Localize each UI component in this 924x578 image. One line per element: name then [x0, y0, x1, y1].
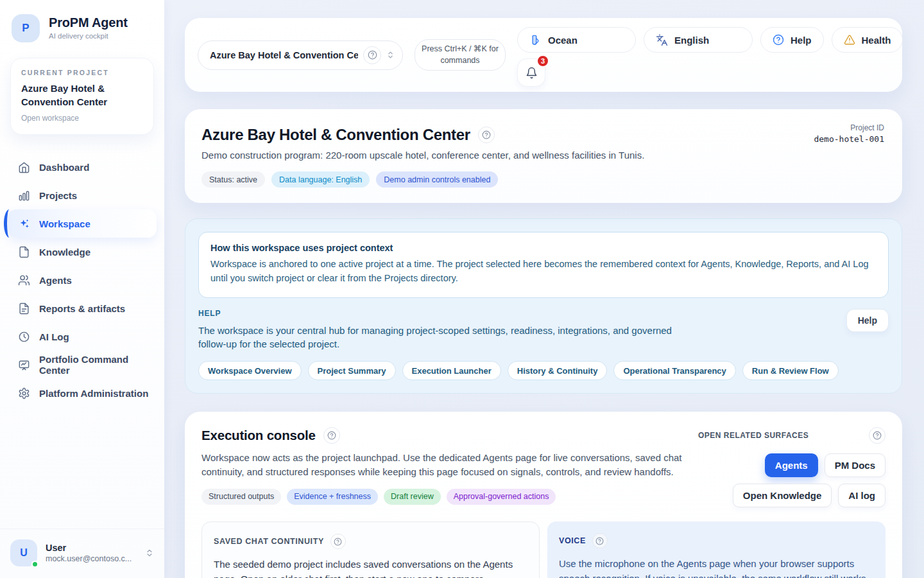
- app-logo: P: [12, 14, 40, 42]
- page-title: Azure Bay Hotel & Convention Center: [201, 126, 470, 144]
- notifications-button[interactable]: 3: [517, 58, 545, 87]
- theme-button[interactable]: Ocean: [517, 27, 636, 53]
- voice-card: VOICE Use the microphone on the Agents p…: [547, 521, 886, 578]
- open-workspace-link[interactable]: Open workspace: [21, 114, 143, 123]
- user-name: User: [46, 543, 132, 553]
- context-card-body: Workspace is anchored to one active proj…: [210, 258, 877, 286]
- chevrons-up-down-icon: [386, 51, 395, 59]
- sidebar-item-reports[interactable]: Reports & artifacts: [8, 294, 157, 322]
- project-id-block: Project ID demo-hotel-001: [814, 123, 884, 144]
- project-id-label: Project ID: [814, 123, 884, 132]
- sidebar-item-label: Agents: [39, 275, 72, 286]
- voice-label: VOICE: [559, 536, 586, 545]
- sidebar-item-label: Workspace: [39, 218, 90, 229]
- health-button-label: Health: [862, 35, 891, 46]
- saved-chat-paragraph-1: The seeded demo project includes saved c…: [214, 557, 527, 578]
- user-email: mock.user@contoso.c...: [46, 554, 132, 563]
- sidebar-item-label: Knowledge: [39, 247, 90, 258]
- help-section-body: The workspace is your central hub for ma…: [198, 324, 686, 352]
- command-palette-hint[interactable]: Press Ctrl+K / ⌘K for commands: [415, 39, 506, 71]
- ai-log-button[interactable]: AI log: [838, 484, 886, 507]
- project-selector-value: Azure Bay Hotel & Convention Cent: [210, 50, 358, 60]
- bell-icon: [526, 67, 538, 79]
- sidebar-item-workspace[interactable]: Workspace: [8, 209, 157, 238]
- chip-workspace-overview[interactable]: Workspace Overview: [198, 361, 302, 380]
- gear-icon: [18, 387, 30, 399]
- help-circle-icon[interactable]: [330, 534, 346, 549]
- file-text-icon: [18, 302, 30, 315]
- related-surfaces-label: OPEN RELATED SURFACES: [698, 431, 809, 440]
- execution-console-description: Workspace now acts as the project launch…: [201, 451, 696, 479]
- data-language-badge: Data language: English: [271, 171, 370, 188]
- open-knowledge-button[interactable]: Open Knowledge: [733, 484, 832, 507]
- health-button[interactable]: Health: [832, 27, 903, 53]
- context-info-card: How this workspace uses project context …: [198, 232, 889, 298]
- sidebar-item-portfolio-command-center[interactable]: Portfolio Command Center: [8, 351, 157, 379]
- notification-badge: 3: [536, 55, 549, 67]
- tag-evidence-freshness: Evidence + freshness: [287, 489, 378, 505]
- sidebar-item-dashboard[interactable]: Dashboard: [8, 153, 157, 181]
- sidebar-item-projects[interactable]: Projects: [8, 181, 157, 209]
- sidebar-nav: Dashboard Projects Workspace Knowledge A…: [0, 153, 164, 407]
- online-status-dot: [31, 561, 38, 568]
- help-circle-icon[interactable]: [323, 427, 340, 444]
- voice-body: Use the microphone on the Agents page wh…: [559, 557, 874, 578]
- current-project-label: CURRENT PROJECT: [21, 69, 143, 76]
- chip-project-summary[interactable]: Project Summary: [308, 361, 396, 380]
- help-circle-icon[interactable]: [363, 46, 381, 64]
- project-header-card: Azure Bay Hotel & Convention Center Proj…: [185, 109, 902, 203]
- help-circle-icon[interactable]: [592, 533, 608, 548]
- project-selector[interactable]: Azure Bay Hotel & Convention Cent: [198, 40, 403, 70]
- sidebar-item-label: Platform Administration: [39, 388, 148, 399]
- pm-docs-button[interactable]: PM Docs: [825, 453, 886, 477]
- sparkles-icon: [18, 218, 30, 230]
- chip-operational-transparency[interactable]: Operational Transparency: [613, 361, 735, 380]
- app-name: ProPM Agent: [49, 15, 128, 30]
- sidebar-footer: U User mock.user@contoso.c...: [0, 529, 164, 578]
- presentation-chart-icon: [18, 359, 30, 371]
- saved-chat-label: SAVED CHAT CONTINUITY: [214, 537, 324, 546]
- sidebar-item-platform-administration[interactable]: Platform Administration: [8, 379, 157, 407]
- language-button[interactable]: English: [644, 27, 753, 53]
- app-logo-letter: P: [22, 22, 29, 35]
- theme-button-label: Ocean: [548, 35, 578, 46]
- topbar: Azure Bay Hotel & Convention Cent Press …: [185, 18, 902, 92]
- sidebar-item-agents[interactable]: Agents: [8, 266, 157, 294]
- warning-triangle-icon: [844, 34, 855, 46]
- sidebar-item-label: Portfolio Command Center: [39, 354, 149, 376]
- help-circle-icon: [773, 34, 784, 46]
- tag-draft-review: Draft review: [384, 489, 441, 505]
- sidebar-item-ai-log[interactable]: AI Log: [8, 322, 157, 351]
- tag-structured-outputs: Structured outputs: [201, 489, 281, 505]
- saved-chat-continuity-card: SAVED CHAT CONTINUITY The seeded demo pr…: [201, 521, 540, 578]
- sidebar-item-label: Reports & artifacts: [39, 303, 125, 314]
- agents-button[interactable]: Agents: [765, 453, 818, 477]
- workspace-context-panel: How this workspace uses project context …: [185, 218, 902, 394]
- chip-run-review-flow[interactable]: Run & Review Flow: [742, 361, 839, 380]
- chip-history-continuity[interactable]: History & Continuity: [508, 361, 608, 380]
- execution-console-card: Execution console Workspace now acts as …: [185, 412, 902, 578]
- related-surfaces: OPEN RELATED SURFACES Agents PM Docs Ope…: [698, 427, 886, 507]
- chevrons-up-down-icon: [145, 548, 154, 557]
- users-icon: [18, 274, 30, 286]
- home-icon: [18, 161, 30, 173]
- clock-icon: [18, 331, 30, 343]
- status-badge: Status: active: [201, 171, 265, 188]
- tag-approval-governed: Approval-governed actions: [447, 489, 556, 505]
- help-circle-icon[interactable]: [869, 427, 886, 444]
- help-panel-button[interactable]: Help: [846, 309, 889, 332]
- language-button-label: English: [674, 35, 709, 46]
- current-project-card[interactable]: CURRENT PROJECT Azure Bay Hotel & Conven…: [10, 58, 154, 135]
- sidebar-item-knowledge[interactable]: Knowledge: [8, 238, 157, 266]
- avatar-letter: U: [20, 547, 28, 559]
- translate-icon: [656, 34, 668, 46]
- user-menu[interactable]: U User mock.user@contoso.c...: [10, 539, 154, 566]
- sidebar-item-label: AI Log: [39, 331, 69, 342]
- admin-controls-badge: Demo admin controls enabled: [376, 171, 498, 188]
- main-content: Azure Bay Hotel & Convention Cent Press …: [164, 0, 924, 578]
- help-circle-icon[interactable]: [478, 127, 495, 143]
- chip-execution-launcher[interactable]: Execution Launcher: [402, 361, 501, 380]
- project-id-value: demo-hotel-001: [814, 134, 884, 144]
- current-project-name: Azure Bay Hotel & Convention Center: [21, 82, 143, 109]
- help-button[interactable]: Help: [760, 27, 824, 53]
